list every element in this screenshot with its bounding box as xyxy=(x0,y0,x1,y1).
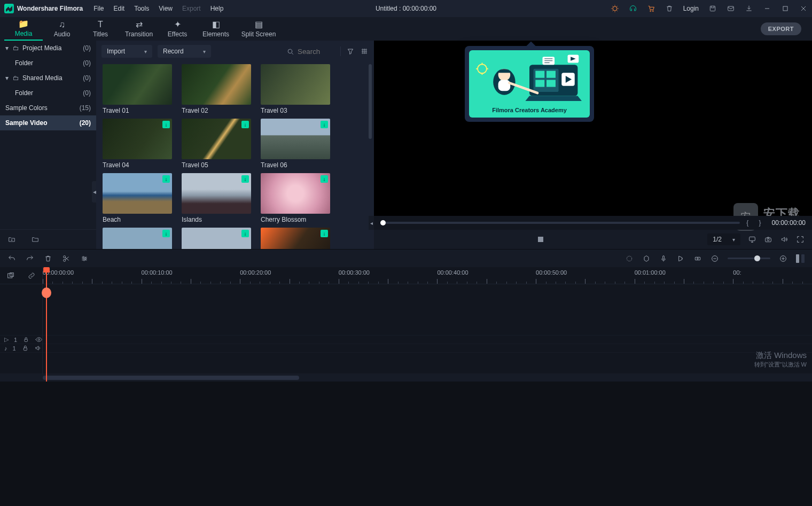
display-icon[interactable] xyxy=(748,235,756,244)
grid-view-icon[interactable] xyxy=(360,47,369,56)
sidebar-item-shared-media[interactable]: ▾ 🗀 Shared Media (0) xyxy=(0,71,96,85)
tab-titles[interactable]: TTitles xyxy=(81,17,120,41)
menu-help[interactable]: Help xyxy=(210,5,224,12)
tab-elements[interactable]: ◧Elements xyxy=(197,17,235,41)
redo-icon[interactable] xyxy=(26,254,34,263)
clip-thumbnail[interactable] xyxy=(103,119,172,159)
timeline-scrollbar[interactable] xyxy=(0,374,812,382)
lock-icon[interactable] xyxy=(22,336,29,344)
voiceover-icon[interactable] xyxy=(659,254,668,263)
download-icon[interactable] xyxy=(745,4,753,13)
clip-thumbnail[interactable] xyxy=(182,119,251,159)
trash-icon[interactable] xyxy=(665,4,674,13)
stop-icon[interactable] xyxy=(538,237,543,242)
sidebar-item-folder[interactable]: Folder (0) xyxy=(0,56,96,71)
media-clip[interactable]: Travel 04 xyxy=(103,119,172,169)
cart-icon[interactable] xyxy=(647,4,655,13)
preview-quality-select[interactable]: 1/2▾ xyxy=(707,233,740,245)
adjust-icon[interactable] xyxy=(80,254,89,263)
media-clip[interactable]: Cherry Blossom xyxy=(261,173,330,223)
undo-icon[interactable] xyxy=(7,254,16,263)
filter-icon[interactable] xyxy=(346,47,355,56)
clip-thumbnail[interactable] xyxy=(103,64,172,105)
timeline-view-toggle[interactable] xyxy=(796,254,805,263)
track-spacer[interactable] xyxy=(43,284,812,336)
menu-file[interactable]: File xyxy=(93,5,104,12)
audio-track-head[interactable]: ♪1 xyxy=(0,344,42,353)
academy-tooltip[interactable]: Filmora Creators Academy xyxy=(465,46,594,122)
window-minimize-icon[interactable] xyxy=(763,4,771,13)
mark-in-out[interactable]: { } xyxy=(746,219,765,227)
add-folder-icon[interactable] xyxy=(7,235,16,244)
media-clip[interactable] xyxy=(103,228,172,249)
search-input[interactable] xyxy=(298,48,335,56)
tips-icon[interactable] xyxy=(611,4,619,13)
media-clip[interactable]: Beach xyxy=(103,173,172,223)
eye-icon[interactable] xyxy=(35,336,42,344)
volume-icon[interactable] xyxy=(780,235,788,244)
clip-thumbnail[interactable] xyxy=(182,228,251,249)
split-icon[interactable] xyxy=(62,254,71,263)
media-clip[interactable]: Travel 03 xyxy=(261,64,330,114)
audio-track[interactable] xyxy=(43,344,812,353)
sidebar-item-sample-colors[interactable]: Sample Colors (15) xyxy=(0,100,96,115)
media-clip[interactable]: Travel 01 xyxy=(103,64,172,114)
media-clip[interactable]: Travel 06 xyxy=(261,119,330,169)
delete-icon[interactable] xyxy=(44,254,52,263)
import-dropdown[interactable]: Import▾ xyxy=(102,45,152,58)
fullscreen-icon[interactable] xyxy=(796,235,805,244)
zoom-slider[interactable] xyxy=(728,258,770,259)
clip-thumbnail[interactable] xyxy=(103,173,172,214)
clip-thumbnail[interactable] xyxy=(261,228,330,249)
tab-transition[interactable]: ⇄Transition xyxy=(120,17,158,41)
mute-icon[interactable] xyxy=(34,344,42,352)
sidebar-item-project-media[interactable]: ▾ 🗀 Project Media (0) xyxy=(0,41,96,56)
tab-audio[interactable]: ♫Audio xyxy=(43,17,81,41)
open-folder-icon[interactable] xyxy=(31,235,40,244)
timeline-ruler[interactable]: 00:00:00:0000:00:10:0000:00:20:0000:00:3… xyxy=(43,267,812,284)
clip-thumbnail[interactable] xyxy=(261,64,330,105)
support-icon[interactable] xyxy=(629,4,637,13)
zoom-out-icon[interactable] xyxy=(710,254,719,263)
menu-tools[interactable]: Tools xyxy=(134,5,149,12)
sidebar-item-folder[interactable]: Folder (0) xyxy=(0,85,96,100)
render-icon[interactable] xyxy=(625,254,634,263)
track-spacer[interactable] xyxy=(43,353,812,374)
playhead[interactable] xyxy=(46,267,47,382)
search-box[interactable] xyxy=(286,48,335,56)
video-track[interactable] xyxy=(43,336,812,344)
tab-split-screen[interactable]: ▤Split Screen xyxy=(235,17,282,41)
media-clip[interactable]: Travel 05 xyxy=(182,119,251,169)
zoom-in-icon[interactable] xyxy=(779,254,787,263)
menu-view[interactable]: View xyxy=(159,5,173,12)
snapshot-icon[interactable] xyxy=(764,235,772,244)
media-clip[interactable]: Islands xyxy=(182,173,251,223)
preview-collapse-handle[interactable]: ◂ xyxy=(369,216,374,230)
link-icon[interactable] xyxy=(27,271,36,280)
clip-thumbnail[interactable] xyxy=(261,119,330,159)
media-clip[interactable] xyxy=(182,228,251,249)
clip-thumbnail[interactable] xyxy=(103,228,172,249)
record-dropdown[interactable]: Record▾ xyxy=(158,45,211,58)
preview-scrubber[interactable] xyxy=(380,222,740,224)
window-maximize-icon[interactable] xyxy=(781,4,790,13)
lock-icon[interactable] xyxy=(21,344,29,352)
media-clip[interactable]: Travel 02 xyxy=(182,64,251,114)
keyframe-icon[interactable] xyxy=(693,254,702,263)
login-button[interactable]: Login xyxy=(683,5,699,12)
tab-effects[interactable]: ✦Effects xyxy=(158,17,197,41)
video-track-head[interactable]: ▷1 xyxy=(0,336,42,344)
clip-thumbnail[interactable] xyxy=(261,173,330,214)
track-manage-icon[interactable] xyxy=(6,271,15,280)
audio-mixer-icon[interactable] xyxy=(676,254,685,263)
clip-thumbnail[interactable] xyxy=(182,173,251,214)
save-icon[interactable] xyxy=(708,4,717,13)
tab-media[interactable]: 📁Media xyxy=(4,17,43,41)
sidebar-item-sample-video[interactable]: Sample Video (20) xyxy=(0,115,96,130)
menu-edit[interactable]: Edit xyxy=(113,5,124,12)
export-button[interactable]: EXPORT xyxy=(761,22,801,35)
window-close-icon[interactable] xyxy=(799,4,808,13)
playhead-handle-icon[interactable] xyxy=(42,287,51,298)
clip-thumbnail[interactable] xyxy=(182,64,251,105)
message-icon[interactable] xyxy=(727,4,735,13)
